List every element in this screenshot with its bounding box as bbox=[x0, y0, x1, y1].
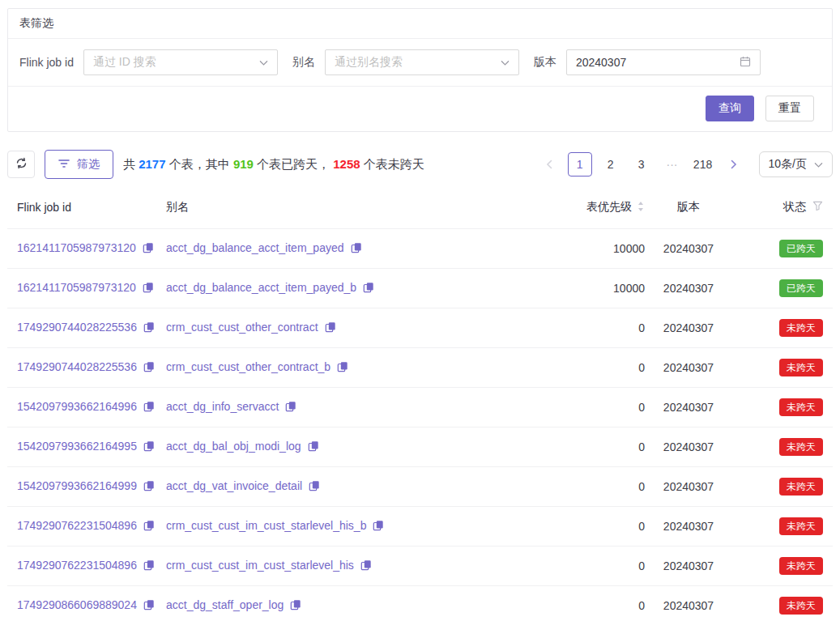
copy-icon[interactable] bbox=[373, 520, 384, 534]
copy-icon[interactable] bbox=[143, 480, 155, 494]
alias-link[interactable]: crm_cust_cust_other_contract bbox=[166, 321, 318, 334]
version-cell: 20240307 bbox=[645, 348, 732, 388]
copy-icon[interactable] bbox=[309, 480, 320, 494]
status-badge: 未跨天 bbox=[779, 597, 823, 615]
alias-link[interactable]: acct_dg_staff_oper_log bbox=[166, 598, 284, 611]
alias-link[interactable]: acct_dg_balance_acct_item_payed bbox=[166, 241, 344, 254]
copy-icon[interactable] bbox=[308, 440, 319, 454]
column-header-version: 版本 bbox=[645, 189, 732, 229]
field-alias: 别名 通过别名搜索 bbox=[292, 49, 519, 75]
version-cell: 20240307 bbox=[645, 388, 732, 427]
alias-link[interactable]: acct_dg_bal_obj_modi_log bbox=[166, 440, 301, 453]
page: 表筛选 Flink job id 通过 ID 搜索 别名 通过别名搜索 bbox=[0, 0, 840, 621]
status-badge: 未跨天 bbox=[779, 557, 823, 575]
pagination-ellipsis[interactable]: ··· bbox=[660, 152, 684, 177]
copy-icon[interactable] bbox=[360, 559, 372, 573]
pagination-page-2[interactable]: 2 bbox=[599, 152, 623, 177]
table-header-row: Flink job id 别名 表优先级 版本 状态 bbox=[7, 189, 833, 229]
page-size-select[interactable]: 10条/页 bbox=[759, 151, 833, 177]
alias-label: 别名 bbox=[292, 55, 315, 70]
pagination-page-1[interactable]: 1 bbox=[568, 152, 592, 177]
copy-icon[interactable] bbox=[325, 321, 336, 335]
priority-cell: 0 bbox=[539, 308, 645, 348]
alias-link[interactable]: acct_dg_vat_invoice_detail bbox=[166, 479, 302, 492]
flink-job-id-link[interactable]: 1749290744028225536 bbox=[17, 321, 137, 334]
query-button[interactable]: 查询 bbox=[706, 96, 754, 121]
pagination-page-3[interactable]: 3 bbox=[629, 152, 654, 177]
copy-icon[interactable] bbox=[143, 599, 155, 613]
version-date-input[interactable]: 20240307 bbox=[566, 49, 761, 75]
copy-icon[interactable] bbox=[143, 401, 155, 415]
filter-card-title: 表筛选 bbox=[8, 9, 832, 39]
status-badge: 未跨天 bbox=[779, 517, 823, 535]
priority-cell: 10000 bbox=[539, 269, 645, 308]
alias-link[interactable]: crm_cust_cust_im_cust_starlevel_his_b bbox=[166, 519, 366, 532]
copy-icon[interactable] bbox=[143, 242, 154, 256]
priority-cell: 0 bbox=[539, 586, 645, 621]
alias-select[interactable]: 通过别名搜索 bbox=[325, 49, 519, 75]
table-row: 1749290866069889024 acct_dg_staff_oper_l… bbox=[7, 586, 833, 621]
copy-icon[interactable] bbox=[143, 361, 155, 375]
pagination-next[interactable] bbox=[722, 152, 746, 177]
flink-job-id-link[interactable]: 1749290866069889024 bbox=[17, 598, 137, 611]
alias-link[interactable]: crm_cust_cust_im_cust_starlevel_his bbox=[166, 559, 354, 572]
table-row: 1749290744028225536 crm_cust_cust_other_… bbox=[7, 348, 833, 388]
filter-button[interactable]: 筛选 bbox=[45, 150, 113, 179]
copy-icon[interactable] bbox=[363, 282, 374, 296]
table-row: 1621411705987973120 acct_dg_balance_acct… bbox=[7, 229, 833, 269]
flink-job-id-link[interactable]: 1749290762231504896 bbox=[17, 559, 137, 572]
crossed-count: 919 bbox=[233, 157, 254, 171]
tables-table: Flink job id 别名 表优先级 版本 状态 bbox=[7, 189, 833, 621]
alias-link[interactable]: crm_cust_cust_other_contract_b bbox=[166, 360, 330, 373]
priority-cell: 10000 bbox=[539, 229, 645, 269]
priority-cell: 0 bbox=[539, 388, 645, 427]
flink-job-id-select[interactable]: 通过 ID 搜索 bbox=[83, 49, 278, 75]
sorter-icon[interactable] bbox=[637, 201, 645, 215]
version-cell: 20240307 bbox=[645, 427, 732, 467]
version-cell: 20240307 bbox=[645, 586, 732, 621]
copy-icon[interactable] bbox=[143, 520, 155, 534]
alias-link[interactable]: acct_dg_info_servacct bbox=[166, 400, 279, 413]
refresh-button[interactable] bbox=[7, 151, 35, 178]
copy-icon[interactable] bbox=[143, 440, 155, 454]
chevron-down-icon bbox=[814, 158, 823, 171]
column-header-priority[interactable]: 表优先级 bbox=[539, 189, 645, 229]
flink-job-id-link[interactable]: 1749290744028225536 bbox=[17, 360, 137, 373]
priority-cell: 0 bbox=[539, 427, 645, 467]
copy-icon[interactable] bbox=[351, 242, 362, 256]
flink-job-id-link[interactable]: 1621411705987973120 bbox=[17, 241, 136, 254]
status-badge: 未跨天 bbox=[779, 359, 823, 376]
copy-icon[interactable] bbox=[290, 599, 301, 613]
reset-button[interactable]: 重置 bbox=[765, 96, 814, 121]
summary-text: 共 2177 个表，其中 919 个表已跨天， 1258 个表未跨天 bbox=[123, 157, 527, 172]
column-header-status[interactable]: 状态 bbox=[732, 189, 833, 229]
alias-link[interactable]: acct_dg_balance_acct_item_payed_b bbox=[166, 281, 356, 294]
filter-button-label: 筛选 bbox=[77, 157, 100, 172]
copy-icon[interactable] bbox=[143, 321, 155, 335]
table-row: 1621411705987973120 acct_dg_balance_acct… bbox=[7, 269, 833, 308]
calendar-icon bbox=[740, 56, 751, 70]
copy-icon[interactable] bbox=[143, 282, 154, 296]
flink-job-id-link[interactable]: 1542097993662164996 bbox=[17, 400, 137, 413]
filter-card-footer: 查询 重置 bbox=[8, 87, 832, 131]
column-header-flink-job-id: Flink job id bbox=[7, 189, 166, 229]
copy-icon[interactable] bbox=[337, 361, 348, 375]
toolbar: 筛选 共 2177 个表，其中 919 个表已跨天， 1258 个表未跨天 1 … bbox=[7, 150, 833, 179]
status-badge: 已跨天 bbox=[779, 279, 823, 297]
table-row: 1749290744028225536 crm_cust_cust_other_… bbox=[7, 308, 833, 348]
page-size-label: 10条/页 bbox=[769, 157, 807, 172]
status-badge: 未跨天 bbox=[779, 438, 823, 456]
flink-job-id-link[interactable]: 1749290762231504896 bbox=[17, 519, 137, 532]
flink-job-id-link[interactable]: 1621411705987973120 bbox=[17, 281, 136, 294]
copy-icon[interactable] bbox=[143, 559, 155, 573]
pagination-page-218[interactable]: 218 bbox=[691, 152, 715, 177]
filter-funnel-icon[interactable] bbox=[812, 201, 823, 214]
chevron-down-icon bbox=[501, 56, 510, 69]
pagination-top: 1 2 3 ··· 218 10条/页 bbox=[537, 151, 833, 177]
flink-job-id-link[interactable]: 1542097993662164999 bbox=[17, 479, 137, 492]
version-value: 20240307 bbox=[576, 56, 626, 69]
copy-icon[interactable] bbox=[285, 401, 296, 415]
flink-job-id-link[interactable]: 1542097993662164995 bbox=[17, 440, 137, 453]
version-cell: 20240307 bbox=[645, 507, 732, 547]
pagination-prev[interactable] bbox=[537, 152, 561, 177]
